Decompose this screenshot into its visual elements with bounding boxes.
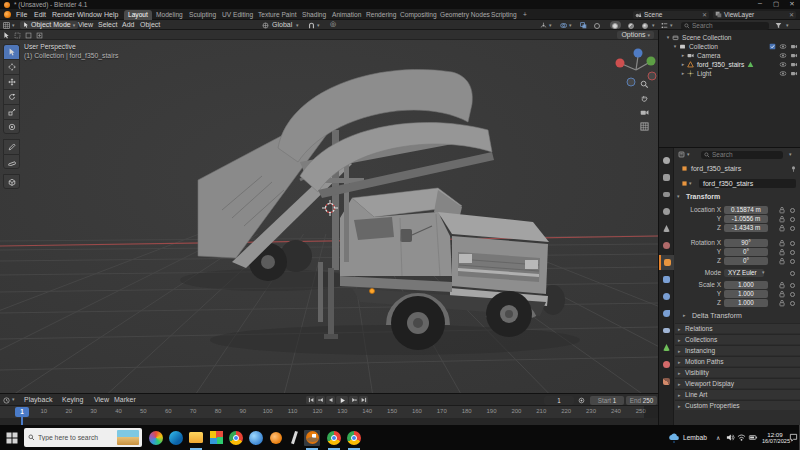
lock-icon[interactable] — [778, 215, 786, 223]
lock-icon[interactable] — [778, 299, 786, 307]
snap-magnet-icon[interactable] — [308, 22, 315, 29]
tiles-app-icon[interactable] — [208, 430, 224, 446]
workspace-tab-sculpting[interactable]: Sculpting — [185, 10, 220, 20]
orientation-selector[interactable]: Global — [272, 20, 292, 30]
outliner-filter-icon[interactable] — [775, 22, 782, 29]
minimize-button[interactable]: ─ — [752, 0, 768, 9]
shading-material-icon[interactable] — [628, 22, 634, 29]
mode-dropdown-icon[interactable]: ▾ — [762, 269, 765, 275]
properties-editor-icon[interactable] — [678, 151, 685, 158]
select-new-icon[interactable] — [25, 32, 32, 39]
outliner-row-collection[interactable]: ▾ Collection — [659, 42, 800, 51]
slash-app-icon[interactable] — [286, 430, 302, 446]
current-frame-field[interactable]: 1 — [544, 396, 574, 405]
timeline-menu-view[interactable]: View — [94, 394, 109, 406]
tool-add-cube[interactable] — [3, 174, 20, 189]
end-frame-field[interactable]: End 250 — [626, 396, 657, 405]
xray-toggle-icon[interactable] — [580, 22, 587, 29]
shading-solid-icon[interactable] — [612, 22, 618, 29]
colorful-pinwheel-app-icon[interactable] — [148, 430, 164, 446]
lock-icon[interactable] — [778, 281, 786, 289]
section-custom-properties[interactable]: ▸Custom Properties — [675, 400, 800, 410]
scene-unlink-icon[interactable]: ✕ — [702, 11, 707, 18]
rotation-x-field[interactable]: 90° — [724, 239, 768, 247]
next-keyframe-button[interactable] — [349, 396, 358, 404]
tab-object-data[interactable] — [659, 340, 674, 355]
animate-decorator[interactable] — [790, 226, 795, 231]
hide-eye-icon[interactable] — [779, 70, 787, 77]
workspace-tab-compositing[interactable]: Compositing — [396, 10, 441, 20]
tweak-option-icon[interactable] — [14, 32, 21, 39]
animate-decorator[interactable] — [790, 217, 795, 222]
animate-decorator[interactable] — [790, 259, 795, 264]
tab-physics[interactable] — [659, 306, 674, 321]
view-layer-selector[interactable]: ViewLayer ✕ — [713, 11, 796, 20]
workspace-tab-geometry-nodes[interactable]: Geometry Nodes — [436, 10, 494, 20]
viewport-3d[interactable]: Options ▾ User Perspective (1) Collectio… — [0, 30, 658, 393]
show-desktop-button[interactable] — [799, 425, 800, 450]
rotation-z-field[interactable]: 0° — [724, 257, 768, 265]
blender-taskbar-icon-active[interactable] — [304, 430, 320, 446]
menu-help[interactable]: Help — [101, 9, 121, 20]
breadcrumb[interactable]: ford_f350_stairs — [691, 165, 741, 172]
properties-editor-dropdown-icon[interactable]: ▾ — [687, 151, 690, 157]
lock-icon[interactable] — [778, 257, 786, 265]
hide-eye-icon[interactable] — [779, 61, 787, 68]
animate-decorator[interactable] — [790, 283, 795, 288]
scene-selector[interactable]: Scene ✕ — [633, 11, 709, 20]
location-y-field[interactable]: -1.0556 m — [724, 215, 768, 223]
tab-tool[interactable] — [659, 153, 674, 168]
viewport-menu-object[interactable]: Object — [140, 20, 160, 30]
timeline-editor-icon[interactable] — [3, 397, 10, 404]
object-name-field[interactable]: ford_f350_stairs — [699, 179, 796, 188]
timeline-editor-dropdown-icon[interactable]: ▾ — [12, 396, 15, 402]
expand-icon[interactable]: ▸ — [679, 51, 687, 60]
outliner-row-light[interactable]: ▸ Light — [659, 69, 800, 78]
properties-search-input[interactable] — [712, 151, 780, 158]
select-extend-icon[interactable] — [36, 32, 43, 39]
tab-render[interactable] — [659, 170, 674, 185]
add-workspace-button[interactable]: + — [519, 10, 531, 20]
gizmo-x-axis[interactable] — [616, 59, 625, 68]
scale-y-field[interactable]: 1.000 — [724, 290, 768, 298]
edge-icon[interactable] — [168, 430, 184, 446]
shading-wireframe-icon[interactable] — [594, 22, 600, 29]
outliner-editor-icon[interactable] — [661, 22, 668, 29]
orange-dot-app-icon[interactable] — [268, 430, 284, 446]
location-x-field[interactable]: 0.15874 m — [724, 206, 768, 214]
lock-icon[interactable] — [778, 206, 786, 214]
notification-icon[interactable] — [789, 433, 798, 442]
tool-move[interactable] — [3, 74, 20, 89]
outliner-search-input[interactable] — [692, 22, 766, 29]
section-relations[interactable]: ▸Relations — [675, 323, 800, 333]
workspace-tab-shading[interactable]: Shading — [298, 10, 330, 20]
mode-selector[interactable]: Object Mode ▾ — [20, 21, 78, 29]
animate-decorator[interactable] — [790, 208, 795, 213]
gizmo-y-axis[interactable] — [647, 57, 656, 66]
play-reverse-button[interactable] — [326, 396, 335, 404]
tool-transform[interactable] — [3, 119, 20, 134]
location-z-field[interactable]: -1.4343 m — [724, 224, 768, 232]
tool-cursor[interactable] — [3, 59, 20, 74]
outliner-row-ford-f350-stairs[interactable]: ▸ ford_f350_stairs — [659, 60, 800, 69]
overlays-dropdown-icon[interactable]: ▾ — [569, 22, 572, 28]
jump-to-end-button[interactable] — [359, 396, 368, 404]
viewport-menu-add[interactable]: Add — [122, 20, 134, 30]
animate-decorator[interactable] — [790, 241, 795, 246]
tool-rotate[interactable] — [3, 89, 20, 104]
tool-measure[interactable] — [3, 154, 20, 169]
proportional-editing-icon[interactable]: ◎ — [330, 20, 336, 28]
gizmos-dropdown-icon[interactable]: ▾ — [549, 22, 552, 28]
workspace-tab-rendering[interactable]: Rendering — [362, 10, 400, 20]
outliner-editor-dropdown-icon[interactable]: ▾ — [670, 22, 673, 28]
timeline-menu-keying[interactable]: Keying — [62, 394, 83, 406]
lock-icon[interactable] — [778, 224, 786, 232]
section-delta-transform[interactable]: Delta Transform — [692, 312, 742, 319]
outliner-search[interactable] — [681, 22, 769, 30]
blue-swirl-app-icon[interactable] — [248, 430, 264, 446]
render-visibility-icon[interactable] — [790, 61, 798, 68]
workspace-tab-scripting[interactable]: Scripting — [487, 10, 521, 20]
shading-rendered-icon[interactable] — [642, 22, 648, 29]
animate-decorator[interactable] — [790, 301, 795, 306]
expand-icon[interactable]: ▸ — [679, 60, 687, 69]
